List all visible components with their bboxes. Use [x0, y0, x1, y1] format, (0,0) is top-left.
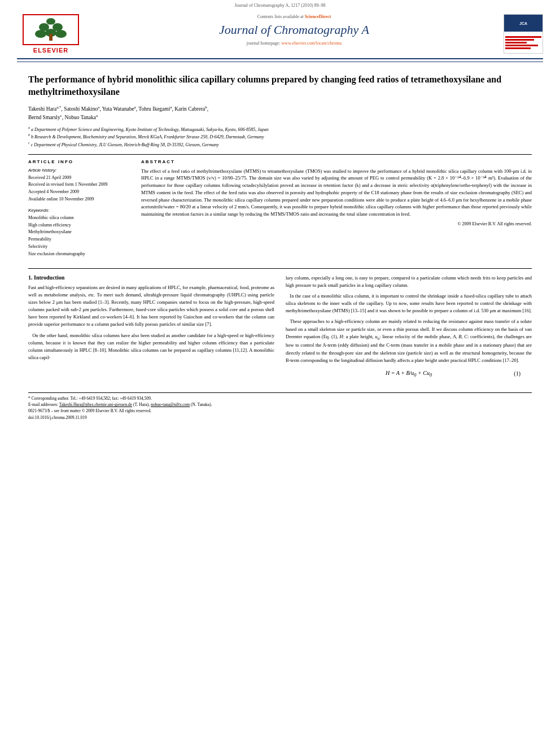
intro-paragraph-1: Fast and high-efficiency separations are… — [28, 284, 274, 329]
center-header: Contents lists available at ScienceDirec… — [85, 14, 504, 46]
footnote-divider: * Corresponding author. Tel.: +49 6419 9… — [28, 392, 532, 421]
introduction-title: 1. Introduction — [28, 274, 274, 281]
elsevier-logo: ELSEVIER — [17, 14, 85, 54]
logo-line-4 — [505, 45, 538, 46]
page: Journal of Chromatography A, 1217 (2010)… — [0, 0, 560, 747]
body-right-col: lary column, especially a long one, is e… — [286, 274, 532, 383]
sciencedirect-brand[interactable]: ScienceDirect — [305, 14, 331, 19]
logo-bottom-bar — [504, 32, 542, 53]
abstract-header: ABSTRACT — [141, 159, 532, 164]
formula-line: H = A + B/u0 + Cu0 (1) — [297, 370, 520, 378]
keywords-block: Keywords: Monolithic silica column High … — [28, 208, 130, 258]
accepted-date: Accepted 4 November 2009 — [28, 189, 130, 196]
article-info-header: ARTICLE INFO — [28, 159, 130, 164]
keyword-4: Permeability — [28, 236, 130, 243]
footnote-doi: doi:10.1016/j.chroma.2009.11.019 — [28, 414, 532, 421]
journal-title: Journal of Chromatography A — [96, 23, 492, 37]
revised-date: Received in revised form 1 November 2009 — [28, 181, 130, 189]
affiliation-b: b b Research & Development, Biochemistry… — [28, 133, 532, 141]
affiliation-a: a a Department of Polymer Science and En… — [28, 125, 532, 133]
journal-citation: Journal of Chromatography A, 1217 (2010)… — [0, 0, 560, 10]
logo-lines — [505, 36, 541, 49]
footnote-section: * Corresponding author. Tel.: +49 6419 9… — [0, 389, 560, 421]
svg-point-0 — [46, 18, 55, 25]
formula-number: (1) — [465, 370, 520, 377]
keywords-label: Keywords: — [28, 208, 130, 213]
keyword-2: High column efficiency — [28, 222, 130, 229]
intro-paragraph-2: On the other hand, monolithic silica col… — [28, 332, 274, 362]
author-smarsly: Bernd Smarslyc, Nobuo Tanakaa — [28, 115, 98, 120]
footnote-email: E-mail addresses: Takeshi.Hara@phys.chem… — [28, 401, 532, 408]
email2-link[interactable]: nobuo-tana@nifty.com — [151, 402, 190, 407]
svg-rect-6 — [49, 34, 53, 41]
affiliations: a a Department of Polymer Science and En… — [28, 125, 532, 148]
elsevier-brand-text: ELSEVIER — [33, 47, 68, 54]
svg-point-5 — [55, 30, 67, 38]
logo-line-2 — [505, 39, 534, 41]
affiliation-c: c c Department of Physical Chemistry, JL… — [28, 141, 532, 148]
footnote-issn: 0021-9673/$ – see front matter © 2009 El… — [28, 408, 532, 414]
received-date: Received 21 April 2009 — [28, 174, 130, 182]
journal-homepage: journal homepage: www.elsevier.com/locat… — [96, 41, 492, 46]
keyword-6: Size exclusion chromatography — [28, 251, 130, 258]
available-date: Available online 10 November 2009 — [28, 196, 130, 203]
logo-top-bar: JCA — [504, 15, 542, 32]
divider-after-abstract — [28, 268, 532, 269]
authors-line: Takeshi Haraa,*, Satoshi Makinoa, Yuta W… — [28, 104, 532, 122]
journal-header: ELSEVIER Contents lists available at Sci… — [0, 10, 560, 54]
svg-point-7 — [49, 24, 53, 28]
history-label: Article history: — [28, 168, 130, 173]
keyword-5: Selectivity — [28, 243, 130, 251]
article-info-column: ARTICLE INFO Article history: Received 2… — [28, 159, 130, 263]
header-divider-bottom — [17, 62, 543, 62]
right-paragraph-1: lary column, especially a long one, is e… — [286, 274, 532, 289]
copyright-line: © 2009 Elsevier B.V. All rights reserved… — [141, 221, 532, 226]
abstract-column: ABSTRACT The effect of a feed ratio of m… — [141, 159, 532, 263]
logo-box — [23, 14, 79, 45]
body-left-col: 1. Introduction Fast and high-efficiency… — [28, 274, 274, 383]
svg-point-3 — [35, 30, 46, 38]
elsevier-tree-icon — [28, 17, 73, 42]
body-section: 1. Introduction Fast and high-efficiency… — [0, 274, 560, 383]
right-paragraph-3: These approaches to a high-efficiency co… — [286, 318, 532, 364]
right-paragraph-2: In the case of a monolithic silica colum… — [286, 292, 532, 315]
body-columns: 1. Introduction Fast and high-efficiency… — [28, 274, 532, 383]
author-hara: Takeshi Haraa,*, Satoshi Makinoa, Yuta W… — [28, 106, 208, 112]
journal-cover-logo: JCA — [504, 14, 543, 54]
info-abstract-columns: ARTICLE INFO Article history: Received 2… — [28, 159, 532, 263]
article-history-block: Article history: Received 21 April 2009 … — [28, 168, 130, 203]
logo-line-3 — [505, 42, 527, 43]
footnote-corresponding: * Corresponding author. Tel.: +49 6419 9… — [28, 395, 532, 401]
keyword-3: Methyltrimethoxysilane — [28, 229, 130, 236]
sciencedirect-link: Contents lists available at ScienceDirec… — [96, 14, 492, 19]
divider-article — [28, 154, 532, 155]
abstract-text: The effect of a feed ratio of methyltrim… — [141, 168, 532, 218]
keyword-1: Monolithic silica column — [28, 215, 130, 222]
homepage-link[interactable]: www.elsevier.com/locate/chroma — [282, 41, 342, 46]
email1-link[interactable]: Takeshi.Hara@phys.chemie.uni-giessen.de — [59, 402, 132, 407]
logo-line-5 — [505, 47, 531, 49]
article-title: The performance of hybrid monolithic sil… — [28, 73, 532, 99]
formula-content: H = A + B/u0 + Cu0 — [353, 370, 465, 378]
logo-line-1 — [505, 36, 541, 38]
article-section: The performance of hybrid monolithic sil… — [0, 68, 560, 269]
header-divider-top — [17, 58, 543, 59]
